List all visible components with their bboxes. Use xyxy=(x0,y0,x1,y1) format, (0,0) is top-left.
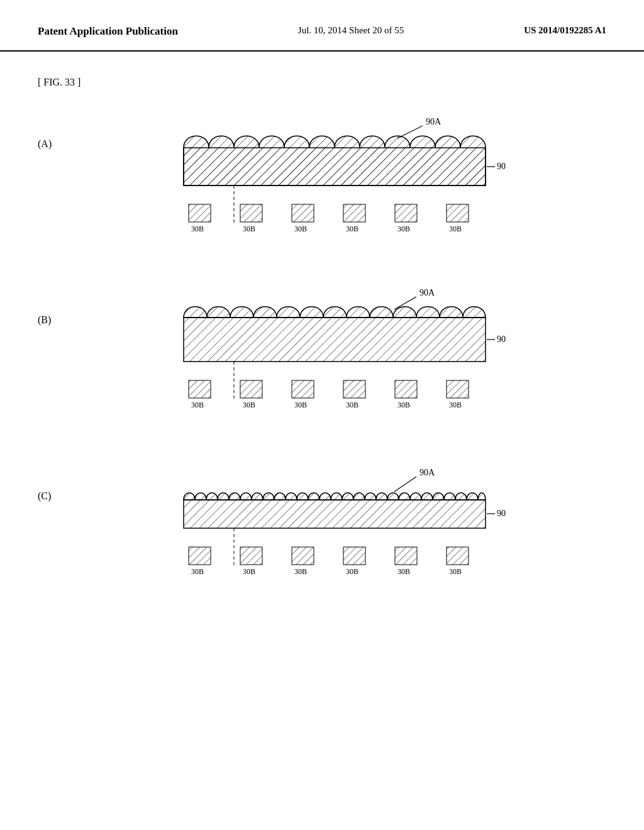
svg-text:30B: 30B xyxy=(449,401,462,409)
element-c-1: 30B xyxy=(189,547,211,576)
element-c-3: 30B xyxy=(292,547,314,576)
header-right: US 2014/0192285 A1 xyxy=(524,25,606,36)
svg-text:30B: 30B xyxy=(294,224,307,233)
svg-rect-42 xyxy=(189,547,211,565)
section-a-svg: 90A 90 30B 30B xyxy=(152,107,530,252)
element-a-3: 30B xyxy=(292,204,314,233)
svg-rect-38 xyxy=(184,500,486,528)
label-90-c: 90 xyxy=(497,509,506,518)
section-a-diagram: 90A 90 30B 30B xyxy=(75,107,606,252)
page-header: Patent Application Publication Jul. 10, … xyxy=(0,0,644,52)
svg-text:30B: 30B xyxy=(397,224,410,233)
element-c-5: 30B xyxy=(395,547,417,576)
element-b-3: 30B xyxy=(292,380,314,409)
svg-text:30B: 30B xyxy=(449,567,462,576)
svg-rect-24 xyxy=(189,380,211,398)
svg-rect-48 xyxy=(343,547,365,565)
section-c-label: (C) xyxy=(38,459,75,502)
element-c-6: 30B xyxy=(447,547,469,576)
element-b-2: 30B xyxy=(240,380,262,409)
element-c-2: 30B xyxy=(240,547,262,576)
element-a-2: 30B xyxy=(240,204,262,233)
svg-rect-46 xyxy=(292,547,314,565)
section-c-diagram: 90A 90 30B 30B 30B xyxy=(75,459,606,604)
svg-text:30B: 30B xyxy=(346,567,358,576)
label-90a-b: 90A xyxy=(419,288,435,297)
svg-line-39 xyxy=(394,477,416,492)
svg-text:30B: 30B xyxy=(243,401,255,409)
svg-rect-14 xyxy=(395,204,417,222)
svg-rect-8 xyxy=(240,204,262,222)
header-title: Patent Application Publication xyxy=(38,25,178,38)
section-c: (C) 90A xyxy=(38,459,606,604)
element-a-5: 30B xyxy=(395,204,417,233)
label-90-b: 90 xyxy=(497,335,506,344)
svg-rect-20 xyxy=(184,318,486,362)
svg-rect-32 xyxy=(395,380,417,398)
element-b-1: 30B xyxy=(189,380,211,409)
svg-text:30B: 30B xyxy=(294,401,307,409)
element-c-4: 30B xyxy=(343,547,365,576)
element-a-1: 30B xyxy=(189,204,211,233)
svg-rect-10 xyxy=(292,204,314,222)
element-b-4: 30B xyxy=(343,380,365,409)
svg-text:30B: 30B xyxy=(346,224,358,233)
element-b-5: 30B xyxy=(395,380,417,409)
section-b: (B) 90A xyxy=(38,283,606,428)
section-b-svg: 90A 90 30B 30B 30B xyxy=(152,283,530,428)
svg-text:30B: 30B xyxy=(397,567,410,576)
svg-text:30B: 30B xyxy=(191,567,204,576)
svg-rect-52 xyxy=(447,547,469,565)
svg-text:30B: 30B xyxy=(243,224,255,233)
label-90a-c: 90A xyxy=(419,468,435,477)
svg-text:30B: 30B xyxy=(294,567,307,576)
section-b-diagram: 90A 90 30B 30B 30B xyxy=(75,283,606,428)
svg-rect-50 xyxy=(395,547,417,565)
svg-rect-6 xyxy=(189,204,211,222)
section-c-svg: 90A 90 30B 30B 30B xyxy=(152,459,530,604)
page-content: [ FIG. 33 ] (A) xyxy=(0,52,644,660)
figure-label: [ FIG. 33 ] xyxy=(38,77,606,88)
svg-text:30B: 30B xyxy=(243,567,255,576)
section-a-label: (A) xyxy=(38,107,75,150)
section-b-label: (B) xyxy=(38,283,75,326)
svg-rect-12 xyxy=(343,204,365,222)
svg-text:30B: 30B xyxy=(449,224,462,233)
label-90-a: 90 xyxy=(497,162,506,171)
svg-rect-26 xyxy=(240,380,262,398)
svg-text:30B: 30B xyxy=(397,401,410,409)
label-90a-a: 90A xyxy=(426,117,441,126)
svg-text:30B: 30B xyxy=(191,401,204,409)
element-a-6: 30B xyxy=(447,204,469,233)
svg-rect-28 xyxy=(292,380,314,398)
section-a: (A) 90A xyxy=(38,107,606,252)
element-b-6: 30B xyxy=(447,380,469,409)
svg-text:30B: 30B xyxy=(346,401,358,409)
svg-rect-16 xyxy=(447,204,469,222)
svg-rect-44 xyxy=(240,547,262,565)
svg-text:30B: 30B xyxy=(191,224,204,233)
svg-rect-34 xyxy=(447,380,469,398)
header-center: Jul. 10, 2014 Sheet 20 of 55 xyxy=(298,25,404,36)
svg-rect-30 xyxy=(343,380,365,398)
element-a-4: 30B xyxy=(343,204,365,233)
